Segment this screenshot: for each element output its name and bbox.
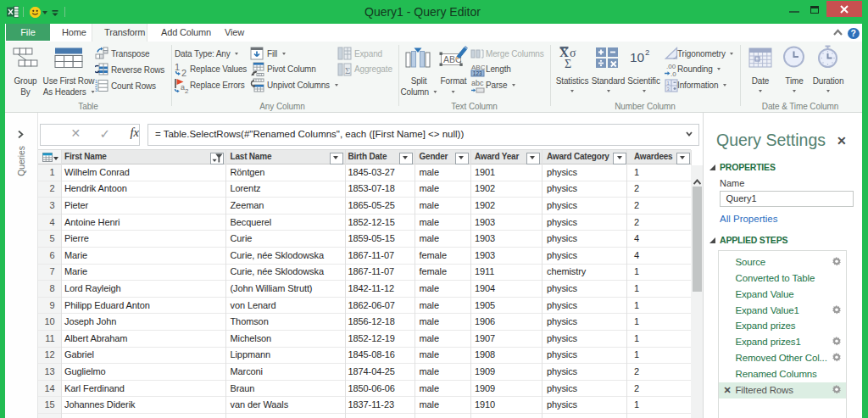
svg-text:3: 3 xyxy=(95,87,97,92)
svg-text:Σ: Σ xyxy=(565,58,571,69)
svg-text:2: 2 xyxy=(185,87,189,94)
svg-text:abc: abc xyxy=(471,79,484,87)
svg-text:2: 2 xyxy=(181,68,186,77)
svg-text:2: 2 xyxy=(645,47,649,57)
svg-text:.0: .0 xyxy=(670,70,676,78)
svg-text:10: 10 xyxy=(630,50,645,64)
svg-text:123: 123 xyxy=(473,70,482,76)
svg-text:Σ: Σ xyxy=(345,65,350,75)
svg-text:1: 1 xyxy=(175,62,180,72)
